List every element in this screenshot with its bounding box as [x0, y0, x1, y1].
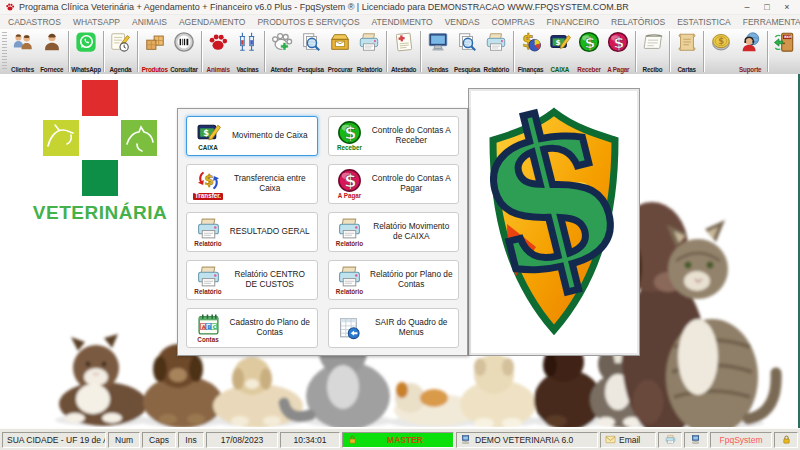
transfer-icon	[196, 168, 221, 193]
menu-bar: CADASTROS WHATSAPP ANIMAIS AGENDAMENTO P…	[0, 15, 800, 29]
status-time: 10:34:01	[280, 432, 340, 448]
toolbar-button-vendas[interactable]: Vendas	[423, 29, 452, 74]
menu-ferramentas[interactable]: FERRAMENTAS	[743, 17, 800, 27]
supplier-icon	[41, 31, 63, 53]
search-docs-icon	[456, 31, 478, 53]
toolbar-button-suporte[interactable]: Suporte	[736, 29, 765, 74]
scroll-icon	[676, 31, 698, 53]
toolbar-button-caixa[interactable]: CAIXA	[545, 29, 574, 74]
toolbar-button-atender[interactable]: Atender	[267, 29, 296, 74]
toolbar-button-relatorio-vendas[interactable]: Relatório	[482, 29, 511, 74]
toolbar-button-pesquisa-vendas[interactable]: Pesquisa	[452, 29, 481, 74]
minimize-button[interactable]: –	[739, 2, 755, 12]
menu-animais[interactable]: ANIMAIS	[132, 17, 167, 27]
logo-text: VETERINÁRIA	[18, 202, 182, 224]
button-movimento-de-caixa[interactable]: CAIXA Movimento de Caixa	[186, 116, 318, 156]
menu-cadastros[interactable]: CADASTROS	[8, 17, 61, 27]
status-caps-lock: Caps	[142, 432, 176, 448]
toolbar-button-atestado[interactable]: Atestado	[389, 29, 418, 74]
button-sair-quadro-de-menus[interactable]: SAIR do Quadro de Menus	[328, 308, 460, 348]
status-lock-button[interactable]	[774, 432, 798, 448]
title-bar: Programa Clínica Veterinária + Agendamen…	[0, 0, 800, 15]
whatsapp-icon	[75, 31, 97, 53]
products-icon	[144, 31, 166, 53]
toolbar-button-cartas[interactable]: Cartas	[672, 29, 701, 74]
coin-icon	[710, 31, 732, 53]
vaccines-icon	[236, 31, 258, 53]
barcode-icon	[173, 31, 195, 53]
button-transferencia-entre-caixa[interactable]: Transfer. Transferencia entre Caixa	[186, 164, 318, 204]
wallet-icon	[196, 120, 221, 145]
button-contas-a-pagar[interactable]: A Pagar Controle do Contas A Pagar	[328, 164, 460, 204]
button-contas-a-receber[interactable]: Receber Controle do Contas A Receber	[328, 116, 460, 156]
toolbar-button-receber[interactable]: Receber	[574, 29, 603, 74]
printer-icon	[665, 434, 676, 445]
toolbar-button-relatorio-atendimento[interactable]: Relatório	[355, 29, 384, 74]
veterinaria-logo: VETERINÁRIA	[18, 80, 182, 224]
menu-produtos-servicos[interactable]: PRODUTOS E SERVIÇOS	[257, 17, 359, 27]
status-date: 17/08/2023	[206, 432, 278, 448]
status-email-button[interactable]: Email	[600, 432, 656, 448]
button-relatorio-movimento-caixa[interactable]: Relatório Relatório Movimento de CAIXA	[328, 212, 460, 252]
toolbar-button-recibo[interactable]: Recibo	[638, 29, 667, 74]
menu-financeiro[interactable]: FINANCEIRO	[547, 17, 599, 27]
exit-door-icon	[773, 31, 795, 53]
inbox-icon	[329, 31, 351, 53]
window-title: Programa Clínica Veterinária + Agendamen…	[19, 2, 735, 12]
dollar-red-icon	[607, 31, 629, 53]
toolbar-grip	[2, 32, 7, 71]
toolbar-button-consultar[interactable]: Consultar	[169, 29, 198, 74]
main-content: VETERINÁRIA CAIXA Movimento de Caixa Rec…	[0, 74, 800, 428]
dollar-green-icon	[337, 120, 362, 145]
toolbar-separator	[103, 31, 104, 72]
toolbar-separator	[703, 31, 704, 72]
support-icon	[739, 31, 761, 53]
menu-atendimento[interactable]: ATENDIMENTO	[372, 17, 433, 27]
toolbar-button-moeda[interactable]	[706, 29, 735, 74]
toolbar-button-whatsapp[interactable]: WhatsApp	[71, 29, 101, 74]
status-printer-button[interactable]	[658, 432, 682, 448]
clients-icon	[12, 31, 34, 53]
svg-text:$: $	[476, 96, 632, 325]
toolbar-button-procurar[interactable]: Procurar	[326, 29, 355, 74]
search-docs-icon	[300, 31, 322, 53]
maximize-button[interactable]: □	[759, 2, 775, 12]
toolbar-button-vacinas[interactable]: Vacinas	[233, 29, 262, 74]
financeiro-menu-panel: CAIXA Movimento de Caixa Receber Control…	[177, 108, 468, 356]
menu-vendas[interactable]: VENDAS	[445, 17, 480, 27]
status-user-master: MASTER	[342, 432, 454, 448]
menu-whatsapp[interactable]: WHATSAPP	[73, 17, 120, 27]
toolbar-separator	[137, 31, 138, 72]
button-resultado-geral[interactable]: Relatório RESULTADO GERAL	[186, 212, 318, 252]
finance-pie-icon	[520, 31, 542, 53]
toolbar-button-pesquisa-atendimento[interactable]: Pesquisa	[296, 29, 325, 74]
app-paw-icon	[5, 2, 15, 12]
button-cadastro-plano-de-contas[interactable]: Contas Cadastro do Plano de Contas	[186, 308, 318, 348]
status-fpqsystem: FpqSystem	[710, 432, 772, 448]
toolbar-button-fornece[interactable]: Fornece	[37, 29, 66, 74]
toolbar-button-animais[interactable]: Animais	[204, 29, 233, 74]
toolbar-separator	[386, 31, 387, 72]
toolbar-button-a-pagar[interactable]: A Pagar	[604, 29, 633, 74]
agenda-icon	[109, 31, 131, 53]
toolbar-button-agenda[interactable]: Agenda	[106, 29, 135, 74]
toolbar-separator	[669, 31, 670, 72]
button-relatorio-plano-de-contas[interactable]: Relatório Relatório por Plano de Contas	[328, 260, 460, 300]
dollar-green-icon	[578, 31, 600, 53]
status-insert: Ins	[178, 432, 204, 448]
close-button[interactable]: ×	[779, 2, 795, 12]
toolbar-button-sair[interactable]	[770, 29, 799, 74]
toolbar-button-financas[interactable]: Finanças	[516, 29, 545, 74]
printer-icon	[485, 31, 507, 53]
button-relatorio-centro-de-custos[interactable]: Relatório Relatório CENTRO DE CUSTOS	[186, 260, 318, 300]
toolbar-button-clientes[interactable]: Clientes	[8, 29, 37, 74]
menu-relatorios[interactable]: RELATÓRIOS	[611, 17, 665, 27]
menu-estatistica[interactable]: ESTATISTICA	[677, 17, 731, 27]
menu-compras[interactable]: COMPRAS	[492, 17, 535, 27]
status-computer-button[interactable]	[684, 432, 708, 448]
computer-icon	[691, 434, 702, 445]
toolbar-separator	[201, 31, 202, 72]
paw-icon	[207, 31, 229, 53]
menu-agendamento[interactable]: AGENDAMENTO	[179, 17, 245, 27]
toolbar-button-produtos[interactable]: Produtos	[140, 29, 169, 74]
